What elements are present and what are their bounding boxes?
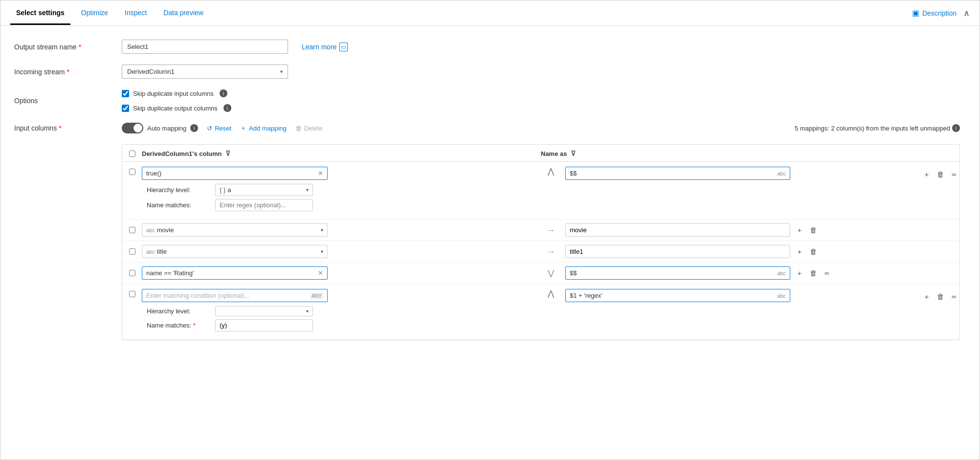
- row1-checkbox[interactable]: [129, 169, 135, 175]
- row5-condition-input[interactable]: Enter matching condition (optional)... A…: [142, 289, 328, 302]
- header-checkbox-cell: [122, 151, 142, 157]
- row1-name-matches-input[interactable]: [215, 199, 313, 211]
- row5-name-as-input[interactable]: $1 + 'regex' abc: [565, 289, 790, 302]
- row5-hierarchy-dropdown-arrow: ▾: [306, 308, 309, 314]
- table-header: DerivedColumn1's column ⊽ Name as ⊽: [122, 145, 959, 162]
- row4-name-as-input[interactable]: $$ abc: [565, 266, 790, 280]
- col1-filter-icon[interactable]: ⊽: [225, 150, 230, 157]
- row5-hierarchy-dropdown[interactable]: ▾: [215, 306, 313, 316]
- row4-condition-value: name == 'Rating': [146, 269, 194, 277]
- row4-close-icon[interactable]: ✕: [318, 269, 323, 277]
- row1-delete-icon[interactable]: 🗑: [935, 169, 946, 179]
- delete-icon: 🗑: [295, 125, 302, 132]
- row5-link-icon[interactable]: ∞: [949, 291, 959, 302]
- delete-button[interactable]: 🗑 Delete: [295, 125, 323, 132]
- row3-delete-icon[interactable]: 🗑: [808, 246, 819, 257]
- name-matches-label: Name matches:: [147, 201, 210, 209]
- options-row: Options Skip duplicate input columns i S…: [14, 89, 960, 112]
- row1-add-icon[interactable]: +: [921, 169, 932, 179]
- options-column: Skip duplicate input columns i Skip dupl…: [122, 89, 231, 112]
- incoming-stream-label: Incoming stream*: [14, 68, 122, 76]
- row4-name-as-value: $$: [570, 269, 577, 277]
- add-mapping-button[interactable]: ＋ Add mapping: [240, 124, 287, 132]
- table-row: abc movie ▾ → + 🗑: [122, 219, 959, 241]
- row4-checkbox[interactable]: [129, 270, 135, 276]
- row2-delete-icon[interactable]: 🗑: [808, 225, 819, 236]
- row1-hierarchy-row: Hierarchy level: { } a ▾: [147, 184, 536, 196]
- mapping-info-icon[interactable]: i: [952, 124, 960, 132]
- row3-condition-input[interactable]: abc title ▾: [142, 245, 328, 258]
- reset-button[interactable]: ↺ Reset: [207, 125, 231, 132]
- row3-name-as-input[interactable]: [565, 245, 790, 258]
- select-all-checkbox[interactable]: [129, 151, 135, 157]
- row2-dropdown-arrow[interactable]: ▾: [321, 227, 323, 233]
- row1-hierarchy-dropdown[interactable]: { } a ▾: [215, 184, 313, 196]
- skip-duplicate-output-checkbox[interactable]: [122, 105, 129, 112]
- row5-name-matches-row: Name matches: *: [147, 319, 536, 331]
- plus-icon: ＋: [240, 124, 246, 132]
- row4-link-icon[interactable]: ∞: [822, 268, 832, 279]
- tab-data-preview[interactable]: Data preview: [157, 1, 209, 25]
- row1-condition-value: true(): [146, 170, 161, 177]
- row5-checkbox[interactable]: [129, 291, 135, 297]
- row3-checkbox[interactable]: [129, 248, 135, 255]
- row1-name-as-input[interactable]: $$ abc: [565, 167, 790, 180]
- main-content: Output stream name* Learn more ▭ Incomin…: [0, 26, 980, 354]
- add-mapping-label: Add mapping: [249, 125, 287, 132]
- skip-duplicate-input-checkbox[interactable]: [122, 90, 129, 97]
- tab-select-settings[interactable]: Select settings: [10, 1, 70, 25]
- skip-duplicate-output-row: Skip duplicate output columns i: [122, 104, 231, 112]
- tabs-bar: Select settings Optimize Inspect Data pr…: [0, 0, 980, 26]
- tab-optimize[interactable]: Optimize: [75, 1, 114, 25]
- mapping-table-container: DerivedColumn1's column ⊽ Name as ⊽: [122, 144, 960, 340]
- skip-duplicate-output-info-icon[interactable]: i: [223, 104, 231, 112]
- incoming-stream-row: Incoming stream* DerivedColumn1 ▾: [14, 65, 960, 79]
- row1-abc-badge: abc: [777, 171, 786, 176]
- auto-mapping-toggle[interactable]: [122, 123, 143, 133]
- row3-add-icon[interactable]: +: [794, 246, 805, 257]
- row4-expand-down-icon[interactable]: ⋁: [548, 268, 554, 278]
- row5-delete-icon[interactable]: 🗑: [935, 291, 946, 302]
- skip-duplicate-input-info-icon[interactable]: i: [220, 89, 227, 97]
- row4-condition-input[interactable]: name == 'Rating' ✕: [142, 266, 328, 280]
- row1-close-icon[interactable]: ✕: [318, 170, 323, 177]
- row3-dropdown-arrow[interactable]: ▾: [321, 249, 323, 254]
- row1-expand-up-icon[interactable]: ⋀: [548, 167, 554, 176]
- description-button[interactable]: ▣ Description: [912, 8, 957, 18]
- row1-link-icon[interactable]: ∞: [949, 169, 959, 179]
- table-row: abc title ▾ → + 🗑: [122, 241, 959, 263]
- input-columns-label: Input columns*: [14, 124, 122, 132]
- incoming-stream-dropdown[interactable]: DerivedColumn1 ▾: [122, 65, 288, 79]
- row5-name-matches-input[interactable]: [215, 319, 313, 331]
- auto-mapping-info-icon[interactable]: i: [190, 124, 198, 132]
- table-row: name == 'Rating' ✕ ⋁ $$ abc + 🗑 ∞: [122, 263, 959, 284]
- row2-add-icon[interactable]: +: [794, 225, 805, 236]
- row2-name-as-input[interactable]: [565, 223, 790, 237]
- row5-add-icon[interactable]: +: [921, 291, 932, 302]
- row2-condition-input[interactable]: abc movie ▾: [142, 223, 328, 237]
- row3-arrow-icon: →: [546, 246, 556, 257]
- row2-checkbox[interactable]: [129, 227, 135, 233]
- output-stream-input[interactable]: [122, 40, 288, 54]
- row4-delete-icon[interactable]: 🗑: [808, 268, 819, 279]
- row1-condition-input[interactable]: true() ✕: [142, 167, 328, 180]
- row1-hierarchy-value: a: [227, 186, 231, 194]
- tab-inspect[interactable]: Inspect: [119, 1, 153, 25]
- skip-duplicate-input-label: Skip duplicate input columns: [133, 90, 214, 97]
- row5-condition-placeholder: Enter matching condition (optional)...: [146, 292, 250, 299]
- row4-add-icon[interactable]: +: [794, 268, 805, 279]
- row5-expand-up-icon[interactable]: ⋀: [548, 289, 554, 298]
- row1-name-matches-row: Name matches:: [147, 199, 536, 211]
- name-as-header: Name as ⊽: [541, 150, 911, 157]
- output-stream-label: Output stream name*: [14, 43, 122, 51]
- row5-name-matches-label: Name matches: *: [147, 322, 210, 329]
- curly-icon: { }: [220, 186, 225, 194]
- derived-col-header: DerivedColumn1's column ⊽: [142, 150, 512, 157]
- collapse-button[interactable]: ∧: [963, 8, 970, 19]
- col2-filter-icon[interactable]: ⊽: [571, 150, 576, 157]
- input-columns-row: Input columns* Auto mapping i ↺ Reset ＋ …: [14, 123, 960, 133]
- learn-more-link[interactable]: Learn more ▭: [302, 43, 348, 51]
- toggle-knob: [134, 124, 142, 132]
- reset-icon: ↺: [207, 125, 212, 132]
- delete-label: Delete: [304, 125, 323, 132]
